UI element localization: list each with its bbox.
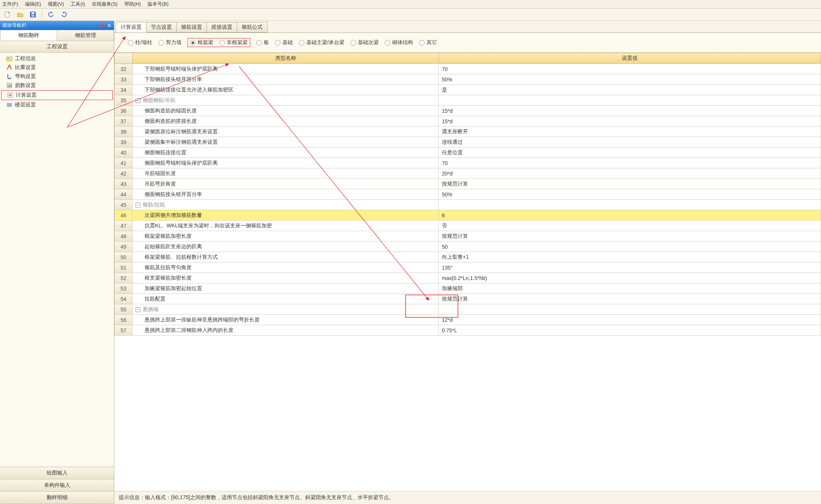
param-value[interactable]: 否 — [439, 221, 821, 231]
radio-masonry[interactable]: 砌体结构 — [385, 39, 413, 46]
param-value[interactable]: 50 — [439, 242, 821, 252]
tree-item-loss[interactable]: 96损数设置 — [1, 81, 113, 90]
param-value[interactable] — [439, 200, 821, 210]
tab-stirrup-settings[interactable]: 箍筋设置 — [176, 22, 207, 32]
param-value[interactable]: 70 — [439, 158, 821, 168]
param-value[interactable] — [439, 95, 821, 106]
param-value[interactable]: 0.75*L — [439, 325, 821, 336]
menu-help[interactable]: 帮助(H) — [124, 1, 141, 7]
radio-foundation-main[interactable]: 基础主梁/承台梁 — [299, 39, 344, 46]
param-value[interactable]: 按规范计算 — [439, 294, 821, 304]
param-value[interactable]: 向上取整+1 — [439, 252, 821, 262]
param-value[interactable]: 50% — [439, 189, 821, 200]
menu-file[interactable]: 文件(F) — [2, 1, 18, 7]
param-value[interactable]: 按规范计算 — [439, 231, 821, 242]
sidebar-bottom-draw[interactable]: 绘图输入 — [0, 467, 114, 479]
tree-item-weight[interactable]: 比重设置 — [1, 63, 113, 72]
redo-button[interactable] — [59, 10, 69, 19]
menu-version[interactable]: 版本号(B) — [148, 1, 168, 7]
menu-view[interactable]: 视图(V) — [48, 1, 64, 7]
param-name: 侧面构造筋的搭接长度 — [133, 116, 439, 127]
param-value[interactable]: 70 — [439, 64, 821, 74]
settings-grid[interactable]: 类型名称 设置值 32下部钢筋弯锚时端头保护层距离7033下部钢筋接头错开百分率… — [114, 53, 821, 491]
table-row[interactable]: 45−箍筋/拉筋 — [115, 200, 821, 210]
table-row[interactable]: 41侧面钢筋弯锚时端头保护层距离70 — [115, 158, 821, 168]
param-value[interactable]: 任意位置 — [439, 147, 821, 158]
param-name: 悬挑跨上部第一排纵筋伸至悬挑跨端部的弯折长度 — [133, 315, 439, 325]
save-button[interactable] — [28, 10, 38, 19]
table-row[interactable]: 50框架梁箍筋、拉筋根数计算方式向上取整+1 — [115, 252, 821, 262]
table-row[interactable]: 54拉筋配置按规范计算 — [115, 294, 821, 304]
table-row[interactable]: 52框支梁箍筋加密长度max(0.2*Ln,1.5*hb) — [115, 273, 821, 283]
table-row[interactable]: 44侧面钢筋接头错开百分率50% — [115, 189, 821, 200]
param-value[interactable]: 15*d — [439, 116, 821, 127]
tab-stirrup-formula[interactable]: 箍筋公式 — [237, 22, 267, 32]
param-value[interactable]: max(0.2*Ln,1.5*hb) — [439, 273, 821, 283]
tree-item-calc[interactable]: 计算设置 — [1, 90, 113, 100]
param-value[interactable]: 6 — [439, 210, 821, 221]
table-row[interactable]: 56悬挑跨上部第一排纵筋伸至悬挑跨端部的弯折长度12*d — [115, 315, 821, 325]
sidebar-bottom-detail[interactable]: 翻样明细 — [0, 492, 114, 504]
tab-calc-settings[interactable]: 计算设置 — [116, 22, 146, 32]
radio-shearwall[interactable]: 剪力墙 — [158, 39, 182, 46]
tree-item-floor[interactable]: 楼层设置 — [1, 100, 113, 109]
table-row[interactable]: 48框架梁箍筋加密长度按规范计算 — [115, 231, 821, 242]
param-value[interactable]: 135° — [439, 262, 821, 273]
param-value[interactable] — [439, 304, 821, 315]
param-value[interactable]: 是 — [439, 85, 821, 95]
tree-item-hook[interactable]: 弯钩设置 — [1, 72, 113, 81]
pin-icon[interactable]: 📌 — [99, 23, 104, 28]
param-name: −箍筋/拉筋 — [133, 200, 439, 210]
param-value[interactable]: 12*d — [439, 315, 821, 325]
table-row[interactable]: 55−悬挑端 — [115, 304, 821, 315]
table-row[interactable]: 39梁侧面集中标注钢筋遇支座设置连续通过 — [115, 137, 821, 147]
param-value[interactable]: 50% — [439, 74, 821, 85]
param-value[interactable]: 遇支座断开 — [439, 127, 821, 137]
open-button[interactable] — [15, 10, 25, 19]
param-name: 吊筋弯折角度 — [133, 179, 439, 189]
radio-foundation-secondary[interactable]: 基础次梁 — [350, 39, 379, 46]
table-row[interactable]: 36侧面构造筋的锚固长度15*d — [115, 106, 821, 116]
table-row[interactable]: 51箍筋及拉筋弯勾角度135° — [115, 262, 821, 273]
param-value[interactable]: 15*d — [439, 106, 821, 116]
sidebar-tab-rebar[interactable]: 钢筋翻样 — [0, 30, 57, 41]
svg-point-5 — [7, 58, 9, 59]
tab-node-settings[interactable]: 节点设置 — [146, 22, 177, 32]
param-value[interactable]: 加腋端部 — [439, 283, 821, 294]
param-value[interactable]: 按规范计算 — [439, 179, 821, 189]
radio-non-frame-beam[interactable]: 非框架梁 — [219, 39, 248, 46]
radio-slab[interactable]: 板 — [256, 39, 269, 46]
radio-column[interactable]: 柱/墙柱 — [128, 39, 152, 46]
table-row[interactable]: 40侧面钢筋连接位置任意位置 — [115, 147, 821, 158]
table-row[interactable]: 57悬挑跨上部第二排钢筋伸入跨内的长度0.75*L — [115, 325, 821, 336]
table-row[interactable]: 38梁侧面原位标注钢筋遇支座设置遇支座断开 — [115, 127, 821, 137]
table-row[interactable]: 47抗震KL、WKL端支座为梁时，则在该支座一侧箍筋加密否 — [115, 221, 821, 231]
table-row[interactable]: 42吊筋锚固长度20*d — [115, 168, 821, 179]
menu-online[interactable]: 在线服务(S) — [92, 1, 118, 7]
radio-foundation[interactable]: 基础 — [275, 39, 293, 46]
param-value[interactable]: 20*d — [439, 168, 821, 179]
undo-button[interactable] — [46, 10, 56, 19]
new-button[interactable] — [2, 10, 13, 19]
sidebar-tab-manage[interactable]: 钢筋管理 — [57, 30, 114, 41]
radio-other[interactable]: 其它 — [419, 39, 437, 46]
table-row[interactable]: 43吊筋弯折角度按规范计算 — [115, 179, 821, 189]
table-row[interactable]: 53加腋梁箍筋加密起始位置加腋端部 — [115, 283, 821, 294]
table-row[interactable]: 32下部钢筋弯锚时端头保护层距离70 — [115, 64, 821, 74]
table-row[interactable]: 35−侧面钢筋/吊筋 — [115, 95, 821, 106]
radio-frame-beam[interactable]: 框架梁 — [190, 39, 213, 46]
tree-label: 损数设置 — [15, 82, 36, 89]
table-row[interactable]: 34下部钢筋连接位置允许进入箍筋加密区是 — [115, 85, 821, 95]
close-icon[interactable]: ✕ — [106, 23, 112, 28]
sidebar-bottom-single[interactable]: 单构件输入 — [0, 479, 114, 492]
table-row[interactable]: 33下部钢筋接头错开百分率50% — [115, 74, 821, 85]
param-value[interactable]: 连续通过 — [439, 137, 821, 147]
menu-tool[interactable]: 工具(I) — [71, 1, 85, 7]
tree-item-info[interactable]: 工程信息 — [1, 54, 113, 63]
tab-lap-settings[interactable]: 搭接设置 — [207, 22, 237, 32]
table-row[interactable]: 46次梁两侧共增加箍筋数量6 — [115, 210, 821, 221]
menu-edit[interactable]: 编辑(E) — [25, 1, 41, 7]
table-row[interactable]: 49起始箍筋距支座边的距离50 — [115, 242, 821, 252]
sidebar-section-title[interactable]: 工程设置 — [0, 41, 114, 53]
table-row[interactable]: 37侧面构造筋的搭接长度15*d — [115, 116, 821, 127]
